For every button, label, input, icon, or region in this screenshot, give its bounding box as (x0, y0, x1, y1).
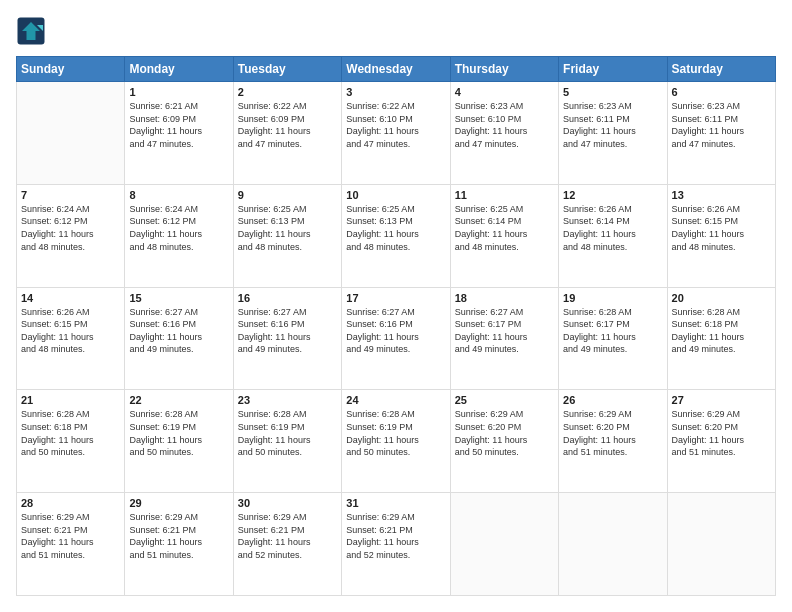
day-number: 24 (346, 394, 445, 406)
day-info: Sunrise: 6:23 AMSunset: 6:10 PMDaylight:… (455, 100, 554, 150)
day-number: 16 (238, 292, 337, 304)
day-info: Sunrise: 6:29 AMSunset: 6:21 PMDaylight:… (238, 511, 337, 561)
calendar-cell (559, 493, 667, 596)
calendar-cell: 27Sunrise: 6:29 AMSunset: 6:20 PMDayligh… (667, 390, 775, 493)
day-info: Sunrise: 6:24 AMSunset: 6:12 PMDaylight:… (21, 203, 120, 253)
calendar-cell: 17Sunrise: 6:27 AMSunset: 6:16 PMDayligh… (342, 287, 450, 390)
day-number: 7 (21, 189, 120, 201)
day-number: 6 (672, 86, 771, 98)
day-number: 11 (455, 189, 554, 201)
calendar-header-row: SundayMondayTuesdayWednesdayThursdayFrid… (17, 57, 776, 82)
calendar-cell: 4Sunrise: 6:23 AMSunset: 6:10 PMDaylight… (450, 82, 558, 185)
calendar-week-row: 28Sunrise: 6:29 AMSunset: 6:21 PMDayligh… (17, 493, 776, 596)
day-info: Sunrise: 6:29 AMSunset: 6:21 PMDaylight:… (21, 511, 120, 561)
header-day: Sunday (17, 57, 125, 82)
calendar-cell: 3Sunrise: 6:22 AMSunset: 6:10 PMDaylight… (342, 82, 450, 185)
calendar-cell: 8Sunrise: 6:24 AMSunset: 6:12 PMDaylight… (125, 184, 233, 287)
header (16, 16, 776, 46)
header-day: Monday (125, 57, 233, 82)
day-number: 9 (238, 189, 337, 201)
day-number: 26 (563, 394, 662, 406)
header-day: Thursday (450, 57, 558, 82)
day-number: 1 (129, 86, 228, 98)
day-number: 30 (238, 497, 337, 509)
calendar-cell: 25Sunrise: 6:29 AMSunset: 6:20 PMDayligh… (450, 390, 558, 493)
header-day: Friday (559, 57, 667, 82)
day-info: Sunrise: 6:28 AMSunset: 6:19 PMDaylight:… (129, 408, 228, 458)
day-info: Sunrise: 6:28 AMSunset: 6:19 PMDaylight:… (346, 408, 445, 458)
header-day: Saturday (667, 57, 775, 82)
calendar-table: SundayMondayTuesdayWednesdayThursdayFrid… (16, 56, 776, 596)
day-info: Sunrise: 6:21 AMSunset: 6:09 PMDaylight:… (129, 100, 228, 150)
calendar-cell: 7Sunrise: 6:24 AMSunset: 6:12 PMDaylight… (17, 184, 125, 287)
day-info: Sunrise: 6:23 AMSunset: 6:11 PMDaylight:… (672, 100, 771, 150)
calendar-cell: 26Sunrise: 6:29 AMSunset: 6:20 PMDayligh… (559, 390, 667, 493)
calendar-week-row: 14Sunrise: 6:26 AMSunset: 6:15 PMDayligh… (17, 287, 776, 390)
day-info: Sunrise: 6:29 AMSunset: 6:21 PMDaylight:… (346, 511, 445, 561)
day-number: 23 (238, 394, 337, 406)
day-number: 17 (346, 292, 445, 304)
logo-icon (16, 16, 46, 46)
calendar-cell: 16Sunrise: 6:27 AMSunset: 6:16 PMDayligh… (233, 287, 341, 390)
day-info: Sunrise: 6:22 AMSunset: 6:09 PMDaylight:… (238, 100, 337, 150)
day-number: 15 (129, 292, 228, 304)
calendar-cell: 19Sunrise: 6:28 AMSunset: 6:17 PMDayligh… (559, 287, 667, 390)
day-number: 25 (455, 394, 554, 406)
day-info: Sunrise: 6:29 AMSunset: 6:20 PMDaylight:… (455, 408, 554, 458)
calendar-cell: 11Sunrise: 6:25 AMSunset: 6:14 PMDayligh… (450, 184, 558, 287)
page: SundayMondayTuesdayWednesdayThursdayFrid… (0, 0, 792, 612)
header-day: Wednesday (342, 57, 450, 82)
day-info: Sunrise: 6:26 AMSunset: 6:14 PMDaylight:… (563, 203, 662, 253)
day-info: Sunrise: 6:22 AMSunset: 6:10 PMDaylight:… (346, 100, 445, 150)
calendar-cell: 14Sunrise: 6:26 AMSunset: 6:15 PMDayligh… (17, 287, 125, 390)
day-info: Sunrise: 6:27 AMSunset: 6:17 PMDaylight:… (455, 306, 554, 356)
day-info: Sunrise: 6:29 AMSunset: 6:21 PMDaylight:… (129, 511, 228, 561)
calendar-cell: 29Sunrise: 6:29 AMSunset: 6:21 PMDayligh… (125, 493, 233, 596)
day-info: Sunrise: 6:28 AMSunset: 6:18 PMDaylight:… (672, 306, 771, 356)
calendar-cell (17, 82, 125, 185)
day-number: 28 (21, 497, 120, 509)
day-info: Sunrise: 6:28 AMSunset: 6:18 PMDaylight:… (21, 408, 120, 458)
day-number: 29 (129, 497, 228, 509)
day-number: 10 (346, 189, 445, 201)
calendar-cell (667, 493, 775, 596)
day-info: Sunrise: 6:24 AMSunset: 6:12 PMDaylight:… (129, 203, 228, 253)
calendar-cell: 12Sunrise: 6:26 AMSunset: 6:14 PMDayligh… (559, 184, 667, 287)
calendar-cell: 23Sunrise: 6:28 AMSunset: 6:19 PMDayligh… (233, 390, 341, 493)
day-info: Sunrise: 6:25 AMSunset: 6:13 PMDaylight:… (346, 203, 445, 253)
calendar-cell: 6Sunrise: 6:23 AMSunset: 6:11 PMDaylight… (667, 82, 775, 185)
day-info: Sunrise: 6:29 AMSunset: 6:20 PMDaylight:… (672, 408, 771, 458)
calendar-cell: 21Sunrise: 6:28 AMSunset: 6:18 PMDayligh… (17, 390, 125, 493)
day-info: Sunrise: 6:27 AMSunset: 6:16 PMDaylight:… (129, 306, 228, 356)
calendar-cell: 31Sunrise: 6:29 AMSunset: 6:21 PMDayligh… (342, 493, 450, 596)
day-info: Sunrise: 6:27 AMSunset: 6:16 PMDaylight:… (346, 306, 445, 356)
day-number: 2 (238, 86, 337, 98)
calendar-cell: 24Sunrise: 6:28 AMSunset: 6:19 PMDayligh… (342, 390, 450, 493)
day-number: 4 (455, 86, 554, 98)
day-info: Sunrise: 6:28 AMSunset: 6:17 PMDaylight:… (563, 306, 662, 356)
day-info: Sunrise: 6:23 AMSunset: 6:11 PMDaylight:… (563, 100, 662, 150)
day-number: 19 (563, 292, 662, 304)
calendar-cell: 30Sunrise: 6:29 AMSunset: 6:21 PMDayligh… (233, 493, 341, 596)
calendar-week-row: 1Sunrise: 6:21 AMSunset: 6:09 PMDaylight… (17, 82, 776, 185)
day-number: 3 (346, 86, 445, 98)
calendar-cell: 22Sunrise: 6:28 AMSunset: 6:19 PMDayligh… (125, 390, 233, 493)
header-day: Tuesday (233, 57, 341, 82)
day-number: 31 (346, 497, 445, 509)
day-number: 20 (672, 292, 771, 304)
calendar-cell: 9Sunrise: 6:25 AMSunset: 6:13 PMDaylight… (233, 184, 341, 287)
calendar-cell: 15Sunrise: 6:27 AMSunset: 6:16 PMDayligh… (125, 287, 233, 390)
day-number: 18 (455, 292, 554, 304)
day-info: Sunrise: 6:29 AMSunset: 6:20 PMDaylight:… (563, 408, 662, 458)
calendar-cell: 5Sunrise: 6:23 AMSunset: 6:11 PMDaylight… (559, 82, 667, 185)
day-number: 13 (672, 189, 771, 201)
day-number: 5 (563, 86, 662, 98)
day-info: Sunrise: 6:25 AMSunset: 6:13 PMDaylight:… (238, 203, 337, 253)
calendar-cell: 13Sunrise: 6:26 AMSunset: 6:15 PMDayligh… (667, 184, 775, 287)
calendar-cell: 10Sunrise: 6:25 AMSunset: 6:13 PMDayligh… (342, 184, 450, 287)
calendar-week-row: 21Sunrise: 6:28 AMSunset: 6:18 PMDayligh… (17, 390, 776, 493)
day-info: Sunrise: 6:26 AMSunset: 6:15 PMDaylight:… (672, 203, 771, 253)
calendar-cell (450, 493, 558, 596)
calendar-cell: 18Sunrise: 6:27 AMSunset: 6:17 PMDayligh… (450, 287, 558, 390)
calendar-week-row: 7Sunrise: 6:24 AMSunset: 6:12 PMDaylight… (17, 184, 776, 287)
